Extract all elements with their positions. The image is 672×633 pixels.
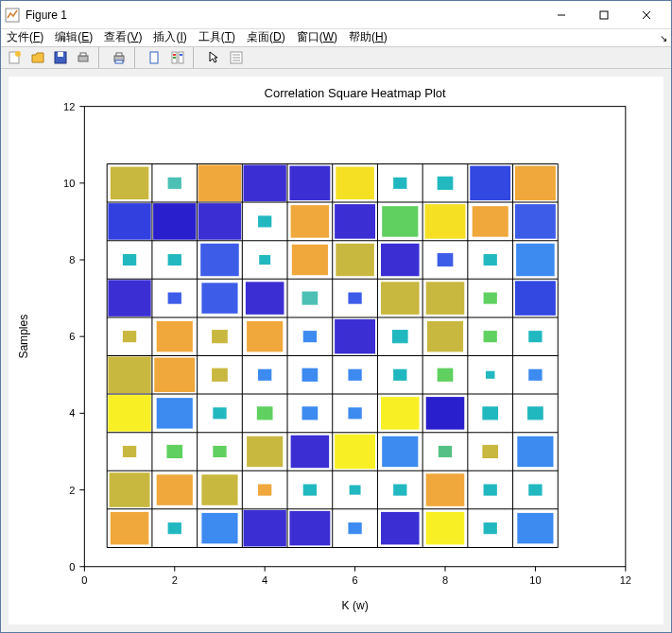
svg-text:4: 4 [262,573,267,585]
svg-rect-137 [528,368,542,380]
colorbar-button[interactable] [167,47,188,68]
toolbar-separator [193,47,198,68]
svg-text:12: 12 [63,100,75,111]
svg-rect-100 [200,243,239,276]
svg-rect-142 [302,406,319,419]
svg-rect-167 [528,484,542,495]
svg-rect-156 [482,444,498,457]
svg-rect-97 [515,204,556,239]
svg-rect-96 [473,206,508,236]
menu-help[interactable]: 帮助(H) [349,29,388,45]
svg-rect-109 [168,292,181,303]
svg-text:0: 0 [69,560,75,572]
svg-text:6: 6 [353,573,358,585]
svg-rect-16 [179,52,183,63]
menu-insert[interactable]: 插入(I) [153,29,186,45]
svg-rect-176 [484,522,497,534]
axes[interactable]: Correlation Square Heatmap Plot024681012… [9,77,663,625]
svg-rect-14 [150,52,158,63]
figure-area: Correlation Square Heatmap Plot024681012… [1,69,671,633]
svg-rect-150 [213,445,226,456]
svg-text:8: 8 [442,573,448,585]
svg-rect-132 [302,368,319,381]
menu-window[interactable]: 窗口(W) [297,29,337,45]
maximize-button[interactable] [582,1,625,28]
save-button[interactable] [50,47,71,68]
svg-rect-144 [381,397,420,430]
svg-rect-154 [382,436,418,466]
svg-rect-19 [180,54,182,56]
menu-file[interactable]: 文件(F) [7,29,43,45]
svg-point-6 [15,51,21,57]
svg-rect-148 [123,445,136,456]
titlebar[interactable]: Figure 1 [1,1,671,29]
svg-rect-127 [528,331,542,342]
open-button[interactable] [27,47,48,68]
svg-rect-155 [439,445,452,456]
heatmap-plot: Correlation Square Heatmap Plot024681012… [9,77,663,625]
svg-rect-108 [108,280,150,316]
svg-text:Samples: Samples [17,314,30,358]
svg-rect-125 [427,320,463,351]
svg-rect-126 [484,331,497,342]
svg-rect-90 [198,203,241,240]
svg-rect-160 [201,474,237,505]
svg-rect-81 [244,164,286,201]
svg-rect-134 [393,368,406,380]
svg-rect-106 [484,253,497,265]
svg-rect-89 [153,203,196,240]
svg-text:4: 4 [69,407,75,419]
menu-view[interactable]: 查看(V) [104,29,142,45]
svg-rect-133 [348,368,361,380]
svg-text:10: 10 [529,573,541,585]
svg-rect-145 [426,397,465,430]
svg-rect-116 [484,292,497,303]
svg-rect-141 [257,406,273,419]
menu-overflow-icon[interactable]: ↘ [660,33,667,43]
svg-rect-124 [392,330,408,343]
svg-rect-93 [335,204,375,239]
svg-rect-104 [381,243,420,276]
svg-rect-166 [484,484,497,495]
print-button[interactable] [73,47,94,68]
svg-rect-78 [111,166,149,199]
svg-rect-153 [335,434,375,469]
svg-text:12: 12 [620,573,631,585]
close-button[interactable] [625,1,667,28]
print-preview-button[interactable] [109,47,129,68]
edit-plot-button[interactable] [226,47,247,68]
svg-rect-18 [173,57,176,59]
svg-rect-169 [168,522,181,534]
menu-desktop[interactable]: 桌面(D) [247,29,285,45]
svg-rect-86 [470,165,510,200]
toolbar-separator [98,47,104,68]
svg-rect-149 [166,444,182,457]
svg-rect-168 [111,511,149,544]
toolbar [1,46,671,69]
svg-rect-113 [348,292,361,303]
svg-rect-85 [438,176,454,189]
svg-rect-114 [381,282,420,315]
svg-rect-112 [302,291,319,304]
svg-text:10: 10 [63,177,75,188]
svg-rect-170 [201,512,237,542]
menu-edit[interactable]: 编辑(E) [55,29,93,45]
svg-rect-177 [517,512,553,542]
svg-rect-115 [426,282,465,315]
svg-text:6: 6 [69,331,75,342]
svg-rect-17 [173,54,176,56]
minimize-button[interactable] [540,1,582,28]
menu-tools[interactable]: 工具(T) [198,29,235,45]
svg-rect-119 [157,320,193,351]
svg-rect-157 [517,436,553,466]
svg-rect-102 [292,244,328,274]
svg-rect-165 [426,473,465,506]
svg-rect-174 [381,511,420,544]
svg-rect-92 [291,205,330,238]
new-figure-button[interactable] [5,47,26,68]
link-plot-button[interactable] [145,47,165,68]
svg-rect-175 [426,511,465,544]
pointer-button[interactable] [203,47,224,68]
svg-rect-135 [438,368,454,381]
svg-rect-9 [78,56,88,61]
